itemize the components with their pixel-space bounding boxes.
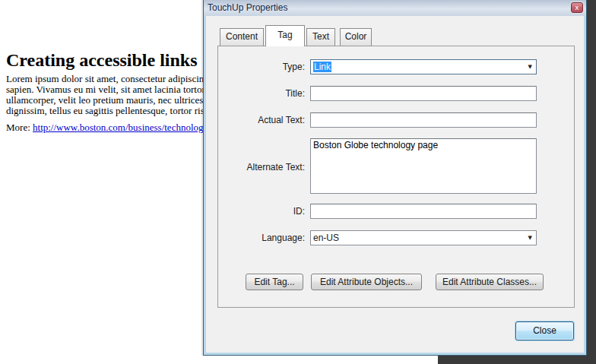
paragraph-line: dignissim, tellus eu sagittis pellentesq… [6, 106, 216, 116]
alternate-text-label: Alternate Text: [214, 162, 305, 173]
language-combobox[interactable]: en-US ▼ [310, 230, 537, 245]
document-paragraph: Lorem ipsum dolor sit amet, consectetur … [6, 74, 216, 116]
acrobat-workspace: Creating accessible links Lorem ipsum do… [0, 0, 596, 364]
chevron-down-icon[interactable]: ▼ [528, 236, 532, 241]
touchup-properties-dialog: TouchUp Properties x Content Tag Text Co… [203, 0, 587, 356]
edit-attribute-objects-button[interactable]: Edit Attribute Objects... [311, 274, 422, 290]
edit-tag-button[interactable]: Edit Tag... [246, 274, 303, 290]
dialog-titlebar[interactable]: TouchUp Properties x [204, 0, 586, 16]
document-hyperlink[interactable]: http://www.boston.com/business/technolog… [33, 122, 211, 133]
alternate-text-textarea[interactable]: Boston Globe technology page [310, 138, 537, 194]
dialog-body: Content Tag Text Color Type: Link ▼ Titl… [206, 16, 584, 353]
type-combobox[interactable]: Link ▼ [310, 59, 537, 74]
actual-text-label: Actual Text: [214, 115, 305, 125]
type-label: Type: [214, 62, 305, 72]
paragraph-line: sapien. Vivamus eu mi velit, sit amet la… [6, 84, 216, 95]
title-input[interactable] [310, 86, 537, 101]
id-input[interactable] [310, 204, 537, 219]
title-label: Title: [214, 88, 305, 99]
type-selected-value: Link [313, 62, 331, 72]
close-icon[interactable]: x [571, 2, 583, 13]
tab-content[interactable]: Content [220, 28, 264, 46]
id-label: ID: [214, 206, 305, 217]
tab-tag[interactable]: Tag [265, 25, 305, 46]
more-label: More: [6, 122, 33, 133]
language-selected-value: en-US [313, 233, 339, 243]
tab-color[interactable]: Color [340, 28, 372, 46]
paragraph-line: Lorem ipsum dolor sit amet, consectetur … [6, 74, 216, 84]
actual-text-input[interactable] [310, 112, 537, 128]
tab-text[interactable]: Text [306, 28, 335, 46]
edit-attribute-classes-button[interactable]: Edit Attribute Classes... [436, 274, 544, 290]
dialog-title: TouchUp Properties [208, 2, 287, 13]
language-label: Language: [214, 233, 305, 243]
chevron-down-icon[interactable]: ▼ [528, 65, 532, 70]
more-line: More: http://www.boston.com/business/tec… [6, 122, 211, 134]
document-heading: Creating accessible links [6, 50, 198, 71]
close-button[interactable]: Close [515, 321, 574, 340]
paragraph-line: ullamcorper, velit leo pretium mauris, n… [6, 95, 216, 106]
